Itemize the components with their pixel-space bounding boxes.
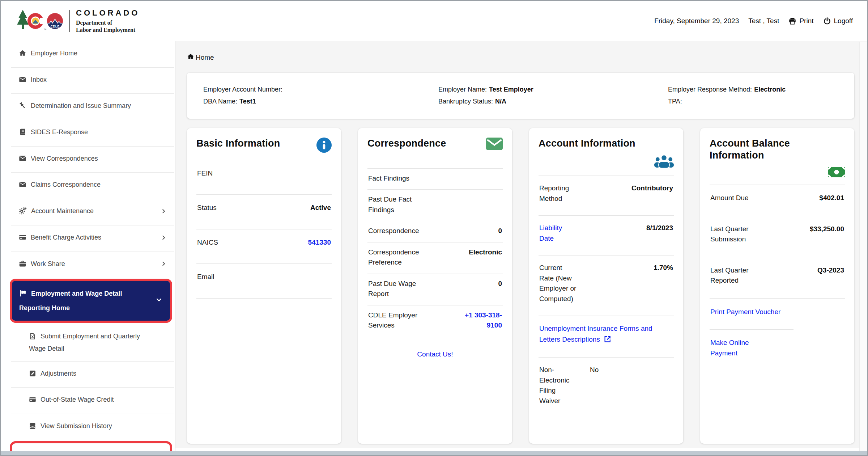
sidebar-item-employment-wage-detail-home[interactable]: Employment and Wage Detail Reporting Hom…	[12, 281, 170, 321]
power-icon	[823, 17, 831, 25]
sidebar-item-benefit-charge-activities[interactable]: Benefit Charge Activities	[11, 225, 174, 252]
dashboard-cards: Basic Information FEIN Status Active	[187, 128, 854, 444]
logoff-button[interactable]: Logoff	[823, 17, 853, 25]
book-icon	[19, 128, 26, 139]
cdle-services-phone-link[interactable]: +1 303-318-9100	[464, 310, 502, 331]
app-header: TM CDLE COLORADO Department of Labor and	[1, 1, 867, 41]
row-empty	[196, 298, 332, 322]
logo-divider	[69, 10, 70, 32]
row-correspondence-count: Correspondence 0	[367, 221, 503, 242]
chevron-right-icon	[161, 259, 166, 270]
contact-us-link[interactable]: Contact Us!	[417, 349, 453, 359]
row-past-due-wage-report: Past Due Wage Report 0	[367, 274, 503, 305]
header-right: Friday, September 29, 2023 Test , Test P…	[654, 17, 853, 25]
home-icon	[187, 53, 194, 62]
card-title-account-balance: Account Balance Information	[710, 138, 845, 162]
make-online-payment-link[interactable]: Make Online Payment	[710, 337, 774, 359]
print-button[interactable]: Print	[788, 17, 813, 25]
row-print-payment-voucher: Print Payment Voucher	[710, 298, 845, 329]
row-contact-us: Contact Us!	[367, 337, 503, 365]
employer-name: Employer Name:Test Employer	[438, 84, 668, 96]
ui-forms-letters-link[interactable]: Unemployment Insurance Forms and Letters…	[539, 323, 673, 346]
credit-card-icon	[19, 233, 26, 245]
card-title-correspondence: Correspondence	[367, 138, 446, 150]
employer-account-number: Employer Account Number:	[203, 84, 438, 96]
row-cdle-employer-services: CDLE Employer Services +1 303-318-9100	[367, 305, 503, 337]
row-past-due-fact-findings: Past Due Fact Findings	[367, 189, 503, 221]
row-liability-date: Liability Date 8/1/2023	[539, 215, 674, 255]
sidebar-item-work-share[interactable]: Work Share	[11, 252, 174, 278]
chevron-down-icon	[156, 294, 162, 307]
last-quarter-reported-value: Q3-2023	[817, 265, 844, 276]
sidebar-item-employer-home[interactable]: Employer Home	[11, 41, 174, 67]
current-date: Friday, September 29, 2023	[654, 17, 739, 25]
account-information-card: Account Information	[529, 128, 683, 444]
gears-icon	[19, 207, 27, 218]
current-rate-value: 1.70%	[654, 263, 673, 273]
annotation-ring-active-item: Employment and Wage Detail Reporting Hom…	[10, 279, 172, 323]
svg-text:CDLE: CDLE	[51, 24, 60, 28]
employer-summary-col-1: Employer Account Number: DBA Name:Test1	[203, 84, 438, 108]
past-due-wage-report-value: 0	[498, 279, 502, 289]
department-name: Department of Labor and Employment	[76, 19, 140, 33]
card-title-basic-information: Basic Information	[196, 138, 280, 150]
row-amount-due: Amount Due $402.01	[710, 185, 845, 216]
breadcrumb[interactable]: Home	[187, 53, 854, 62]
sidebar-item-inbox[interactable]: Inbox	[11, 67, 174, 94]
sidebar-item-sides-eresponse[interactable]: SIDES E-Response	[11, 120, 174, 146]
amount-due-value: $402.01	[819, 193, 844, 203]
sidebar-item-submit-employment-wage-detail[interactable]: Submit Employment and Quarterly Wage Det…	[11, 324, 174, 361]
row-status: Status Active	[196, 194, 332, 229]
row-fact-findings: Fact Findings	[367, 168, 503, 190]
gavel-icon	[19, 102, 26, 113]
row-email: Email	[196, 263, 332, 298]
status-value: Active	[310, 203, 331, 213]
sidebar-nav: Employer Home Inbox Determination and Is…	[1, 41, 175, 451]
sidebar-item-view-correspondences[interactable]: View Correspondences	[11, 146, 174, 173]
sidebar-item-account-maintenance[interactable]: Account Maintenance	[11, 199, 174, 225]
envelope-icon	[19, 181, 26, 192]
breadcrumb-home-label[interactable]: Home	[196, 54, 214, 62]
dba-name: DBA Name:Test1	[203, 96, 438, 107]
row-ui-forms: Unemployment Insurance Forms and Letters…	[539, 316, 674, 357]
horizontal-scrollbar[interactable]	[1, 451, 867, 455]
sidebar-item-determination-summary[interactable]: Determination and Issue Summary	[11, 93, 174, 120]
waiver-value: No	[578, 365, 599, 375]
account-balance-card: Account Balance Information Amount Due $…	[700, 128, 854, 444]
info-icon[interactable]	[316, 138, 332, 154]
correspondence-card: Correspondence Fact Findings Past Due Fa…	[358, 128, 512, 444]
external-link-icon	[604, 335, 611, 346]
logo-text: COLORADO Department of Labor and Employm…	[76, 8, 140, 33]
credit-card-icon	[29, 396, 36, 407]
row-make-online-payment: Make Online Payment	[710, 329, 845, 371]
row-current-rate: Current Rate (New Employer or Computed) …	[539, 255, 674, 316]
row-naics: NAICS 541330	[196, 229, 332, 264]
chevron-right-icon	[161, 233, 166, 244]
cdle-logo: TM CDLE COLORADO Department of Labor and	[17, 8, 140, 34]
liability-date-link[interactable]: Liability Date	[539, 223, 578, 244]
print-payment-voucher-link[interactable]: Print Payment Voucher	[710, 307, 780, 317]
sidebar-item-adjustments[interactable]: Adjustments	[11, 361, 174, 388]
envelope-icon	[19, 155, 26, 166]
row-last-quarter-reported: Last Quarter Reported Q3-2023	[710, 257, 845, 298]
vertical-scrollbar[interactable]	[859, 42, 867, 451]
main-content: Home Employer Account Number: DBA Name:T…	[175, 41, 867, 448]
sidebar-item-claims-correspondence[interactable]: Claims Correspondence	[11, 172, 174, 199]
file-excel-icon	[29, 333, 36, 343]
correspondence-count-value: 0	[498, 226, 502, 236]
row-correspondence-preference: Correspondence Preference Electronic	[367, 242, 503, 274]
home-icon	[19, 49, 26, 60]
reporting-method-value: Contributory	[631, 183, 673, 194]
row-last-quarter-submission: Last Quarter Submission $33,250.00	[710, 216, 845, 257]
briefcase-icon	[19, 260, 26, 271]
svg-text:TM: TM	[44, 28, 46, 30]
users-icon	[654, 155, 674, 170]
naics-link[interactable]: 541330	[308, 237, 331, 248]
printer-icon	[788, 17, 796, 25]
employer-summary-bar: Employer Account Number: DBA Name:Test1 …	[187, 73, 854, 119]
liability-date-value: 8/1/2023	[646, 223, 673, 233]
sidebar-item-view-submission-history[interactable]: View Submission History	[11, 414, 174, 440]
bankruptcy-status: Bankruptcy Status:N/A	[438, 96, 668, 107]
pen-square-icon	[29, 370, 36, 381]
sidebar-item-out-of-state-wage-credit[interactable]: Out-of-State Wage Credit	[11, 387, 174, 414]
